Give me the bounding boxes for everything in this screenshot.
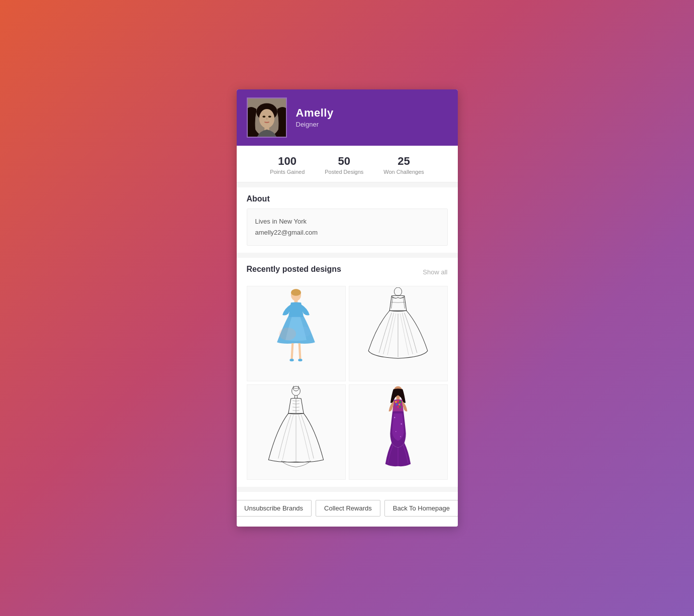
svg-point-25 bbox=[397, 400, 399, 402]
design-item-2[interactable] bbox=[349, 286, 448, 381]
about-location: Lives in New York bbox=[255, 216, 439, 227]
designs-title: Recently posted designs bbox=[247, 265, 342, 274]
about-title: About bbox=[247, 194, 448, 203]
profile-card: Amelly Deigner 100 Points Gained 50 Post… bbox=[237, 89, 458, 527]
profile-role: Deigner bbox=[296, 121, 334, 128]
designs-grid bbox=[247, 286, 448, 480]
challenges-label: Won Challenges bbox=[383, 169, 424, 175]
svg-point-16 bbox=[394, 287, 402, 296]
profile-info: Amelly Deigner bbox=[296, 107, 334, 128]
about-email: amelly22@gmail.com bbox=[255, 227, 439, 238]
svg-point-15 bbox=[298, 327, 311, 337]
profile-name: Amelly bbox=[296, 107, 334, 120]
svg-point-31 bbox=[400, 406, 401, 407]
design-item-4[interactable] bbox=[349, 384, 448, 480]
design-item-3[interactable] bbox=[247, 384, 346, 480]
stats-bar: 100 Points Gained 50 Posted Designs 25 W… bbox=[237, 146, 458, 182]
stat-challenges: 25 Won Challenges bbox=[383, 155, 424, 175]
points-label: Points Gained bbox=[270, 169, 305, 175]
stat-points: 100 Points Gained bbox=[270, 155, 305, 175]
svg-point-33 bbox=[401, 423, 402, 425]
svg-point-29 bbox=[397, 406, 399, 407]
svg-point-32 bbox=[394, 417, 395, 419]
svg-point-3 bbox=[259, 109, 274, 128]
back-to-homepage-button[interactable]: Back To Homepage bbox=[384, 500, 458, 517]
footer-buttons: Unsubscribe Brands Collect Rewards Back … bbox=[237, 492, 458, 527]
svg-point-28 bbox=[399, 403, 400, 405]
svg-point-30 bbox=[395, 406, 396, 407]
profile-header: Amelly Deigner bbox=[237, 89, 458, 146]
about-section: About Lives in New York amelly22@gmail.c… bbox=[237, 187, 458, 253]
designs-value: 50 bbox=[325, 155, 363, 168]
points-value: 100 bbox=[270, 155, 305, 168]
svg-point-4 bbox=[262, 116, 265, 118]
svg-point-14 bbox=[279, 328, 296, 340]
svg-point-5 bbox=[268, 116, 271, 118]
stat-designs: 50 Posted Designs bbox=[325, 155, 363, 175]
challenges-value: 25 bbox=[383, 155, 424, 168]
svg-point-34 bbox=[395, 431, 396, 432]
designs-section: Recently posted designs Show all bbox=[237, 258, 458, 487]
svg-line-10 bbox=[292, 343, 293, 359]
svg-point-24 bbox=[395, 401, 397, 403]
svg-point-35 bbox=[400, 436, 401, 437]
unsubscribe-button[interactable]: Unsubscribe Brands bbox=[237, 500, 312, 517]
svg-point-8 bbox=[291, 289, 301, 295]
avatar bbox=[247, 97, 287, 138]
collect-rewards-button[interactable]: Collect Rewards bbox=[316, 500, 380, 517]
designs-label: Posted Designs bbox=[325, 169, 363, 175]
about-box: Lives in New York amelly22@gmail.com bbox=[247, 209, 448, 246]
svg-point-26 bbox=[399, 401, 401, 403]
svg-point-12 bbox=[289, 359, 293, 361]
designs-header: Recently posted designs Show all bbox=[247, 265, 448, 279]
svg-point-13 bbox=[298, 359, 302, 361]
design-item-1[interactable] bbox=[247, 286, 346, 381]
svg-line-11 bbox=[300, 343, 301, 359]
svg-point-27 bbox=[396, 403, 398, 405]
show-all-link[interactable]: Show all bbox=[423, 268, 447, 276]
